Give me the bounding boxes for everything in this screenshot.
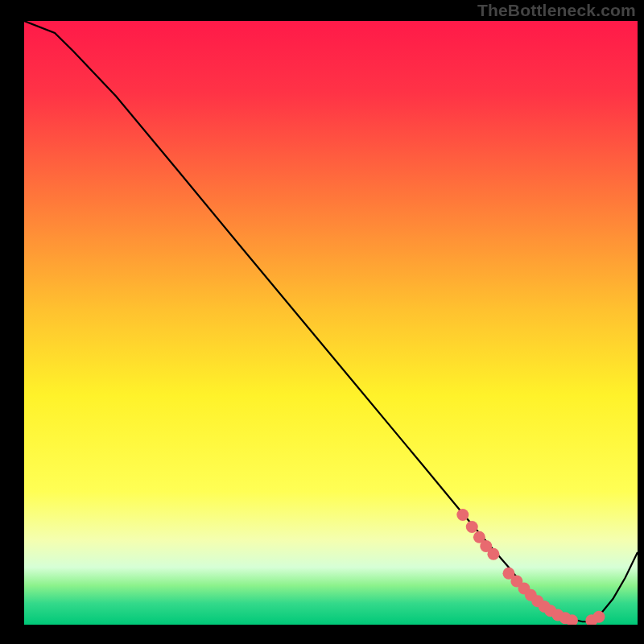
gradient-background xyxy=(24,21,638,625)
data-marker xyxy=(456,509,469,521)
data-marker xyxy=(487,548,499,560)
chart-container: TheBottleneck.com xyxy=(0,0,644,644)
bottleneck-chart xyxy=(0,0,644,644)
data-marker xyxy=(466,521,478,533)
data-marker xyxy=(566,614,578,626)
data-marker xyxy=(592,611,605,623)
